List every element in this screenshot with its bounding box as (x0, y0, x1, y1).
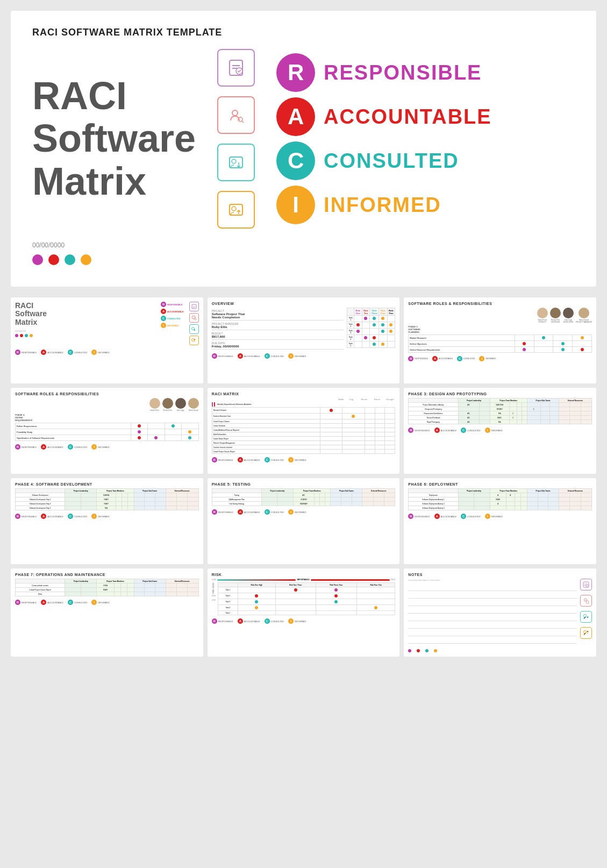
thumb-phase4[interactable]: PHASE 4: SOFTWARE DEVELOPMENT Project Le… (11, 478, 203, 564)
thumb-phase5[interactable]: PHASE 5: TESTING Project Leadership Proj… (208, 478, 400, 564)
label-responsible: RESPONSIBLE (324, 61, 482, 84)
dot-teal (65, 254, 75, 265)
thumb-raci-matrix[interactable]: RACI MATRIX Nadia Ling Renee Elaine Geor… (208, 388, 400, 474)
thumb-phase4-title: PHASE 4: SOFTWARE DEVELOPMENT (15, 482, 199, 486)
label-consulted: CONSULTED (324, 150, 459, 173)
circle-r: R (276, 53, 315, 92)
dot-orange (81, 254, 91, 265)
thumb-phase2-title: SOFTWARE ROLES & RESPONSIBILITIES (15, 392, 199, 396)
thumb-cover-raci: RACISoftwareMatrix (15, 302, 158, 326)
thumb-phase6-title: PHASE 6: DEPLOYMENT (408, 482, 592, 486)
thumb-overview[interactable]: OVERVIEW PROJECT Software Project ThatNe… (208, 297, 400, 383)
center-icons (217, 49, 255, 229)
label-informed: INFORMED (324, 194, 441, 217)
page-title: RACI SOFTWARE MATRIX TEMPLATE (32, 27, 575, 38)
icon-person-upload (217, 191, 255, 229)
thumb-phase7[interactable]: PHASE 7: OPERATIONS AND MAINTENANCE Proj… (11, 568, 203, 657)
dot-purple (32, 254, 43, 265)
raci-item-i: I INFORMED (276, 186, 441, 224)
svg-point-9 (192, 316, 195, 319)
circle-a: A (276, 97, 315, 136)
thumb-phase7-title: PHASE 7: OPERATIONS AND MAINTENANCE (15, 573, 199, 577)
thumb-phase6[interactable]: PHASE 6: DEPLOYMENT Project Leadership P… (404, 478, 596, 564)
icon-document-check (217, 49, 255, 87)
thumb-software-roles-1[interactable]: SOFTWARE ROLES & RESPONSIBILITIES Nadia … (404, 297, 596, 383)
dot-red (48, 254, 59, 265)
circle-c: C (276, 141, 315, 180)
thumb-phase2[interactable]: SOFTWARE ROLES & RESPONSIBILITIES Nadia … (11, 388, 203, 474)
thumb-phase3[interactable]: PHASE 3: DESIGN AND PROTOTYPING Project … (404, 388, 596, 474)
thumb-roles1-title: SOFTWARE ROLES & RESPONSIBILITIES (408, 302, 592, 305)
circle-i: I (276, 186, 315, 224)
main-slide: RACI SOFTWARE MATRIX TEMPLATE RACISoftwa… (0, 11, 607, 287)
thumbnail-grid: RACISoftwareMatrix 00/00/0000 R RESPONSI… (11, 297, 596, 657)
raci-item-a: A ACCOUNTABLE (276, 97, 492, 136)
thumb-notes-title: NOTES (408, 573, 592, 577)
svg-point-2 (232, 110, 238, 116)
thumb-notes[interactable]: NOTES summary information / comments (404, 568, 596, 657)
raci-item-r: R RESPONSIBLE (276, 53, 482, 92)
thumb-risk[interactable]: RISK LOW IMPORTANCE HIGH RISK LEVEL HIGH… (208, 568, 400, 657)
svg-point-16 (586, 601, 589, 603)
icon-person-search (217, 96, 255, 134)
svg-point-14 (586, 585, 588, 587)
icon-person-download (217, 144, 255, 181)
svg-point-7 (232, 207, 236, 211)
thumb-matrix-title: RACI MATRIX (212, 392, 396, 396)
svg-point-12 (191, 339, 194, 341)
notes-icons-col (580, 579, 592, 652)
svg-point-5 (232, 159, 236, 163)
date-text: 00/00/0000 (32, 241, 575, 249)
thumb-phase3-title: PHASE 3: DESIGN AND PROTOTYPING (408, 392, 592, 396)
label-accountable: ACCOUNTABLE (324, 105, 492, 129)
raci-big-text: RACISoftwareMatrix (32, 75, 196, 203)
thumb-risk-title: RISK (212, 573, 396, 577)
thumb-cover[interactable]: RACISoftwareMatrix 00/00/0000 R RESPONSI… (11, 297, 203, 383)
thumb-overview-title: OVERVIEW (212, 302, 396, 305)
thumb-phase5-title: PHASE 5: TESTING (212, 482, 396, 486)
svg-point-11 (191, 328, 194, 330)
raci-item-c: C CONSULTED (276, 141, 459, 180)
raci-legend: R RESPONSIBLE A ACCOUNTABLE C CONSULTED … (276, 53, 492, 224)
thumb-cover-date: 00/00/0000 (15, 330, 158, 332)
color-dots (32, 254, 575, 265)
